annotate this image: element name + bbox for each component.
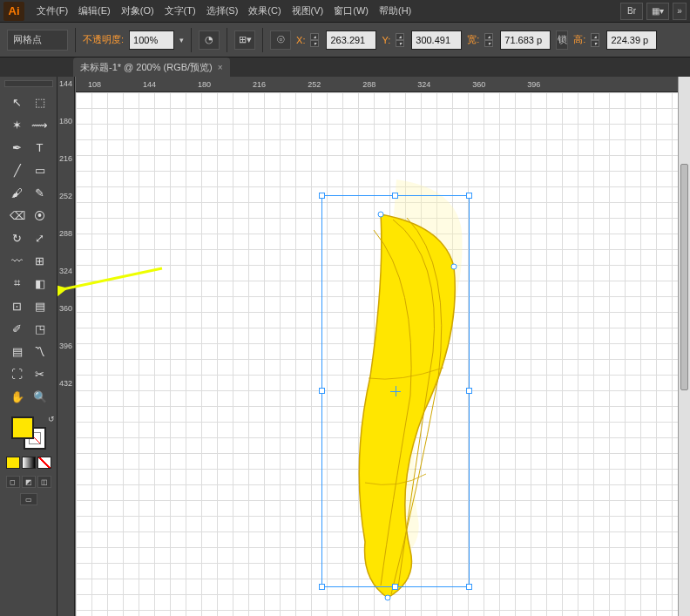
x-spin-down[interactable]: ▾ bbox=[310, 40, 319, 47]
vertical-scrollbar[interactable] bbox=[678, 77, 690, 616]
y-input[interactable]: 300.491 bbox=[411, 30, 462, 50]
divider-icon bbox=[75, 28, 76, 52]
workspace-switcher[interactable]: » bbox=[673, 3, 687, 20]
eraser-tool[interactable]: ⌫ bbox=[6, 204, 29, 227]
selection-handle[interactable] bbox=[466, 388, 472, 394]
none-mode-button[interactable] bbox=[37, 457, 51, 469]
symbol-sprayer-tool[interactable]: ▤ bbox=[6, 340, 29, 362]
ruler-tick: 216 bbox=[253, 80, 266, 89]
lasso-tool[interactable]: ⟿ bbox=[29, 113, 51, 136]
document-canvas[interactable]: 108 144 180 216 252 288 324 360 396 bbox=[75, 77, 690, 616]
pen-tool[interactable]: ✒ bbox=[6, 136, 29, 159]
bridge-button[interactable]: Br bbox=[620, 3, 643, 20]
menu-select[interactable]: 选择(S) bbox=[201, 4, 244, 17]
ruler-tick: 108 bbox=[88, 80, 101, 89]
opacity-input[interactable]: 100% bbox=[129, 30, 174, 50]
slice-tool[interactable]: ✂ bbox=[29, 362, 51, 385]
document-title: 未标题-1* @ 200% (RGB/预览) bbox=[80, 61, 213, 74]
color-mode-button[interactable] bbox=[6, 457, 20, 469]
y-spin-up[interactable]: ▴ bbox=[396, 33, 404, 40]
rectangle-tool[interactable]: ▭ bbox=[29, 159, 51, 181]
menu-help[interactable]: 帮助(H) bbox=[374, 4, 416, 17]
selection-handle[interactable] bbox=[392, 193, 398, 199]
divider-icon bbox=[227, 28, 227, 52]
x-spin-up[interactable]: ▴ bbox=[310, 33, 319, 40]
menu-bar: Ai 文件(F) 编辑(E) 对象(O) 文字(T) 选择(S) 效果(C) 视… bbox=[0, 0, 690, 23]
width-input[interactable]: 71.683 p bbox=[500, 30, 551, 50]
magic-wand-tool[interactable]: ✶ bbox=[6, 113, 29, 136]
draw-inside-button[interactable]: ◫ bbox=[37, 476, 51, 488]
draw-normal-button[interactable]: ◻ bbox=[6, 476, 20, 488]
ruler-tick: 396 bbox=[59, 342, 72, 350]
link-wh-icon[interactable]: 锁 bbox=[556, 30, 568, 50]
align-button[interactable]: ⊞▾ bbox=[234, 30, 255, 50]
menu-object[interactable]: 对象(O) bbox=[116, 4, 159, 17]
artboard-tool[interactable]: ⛶ bbox=[6, 362, 29, 385]
hand-tool[interactable]: ✋ bbox=[6, 385, 29, 408]
w-spin-down[interactable]: ▾ bbox=[484, 40, 493, 47]
menu-right-icons: Br ▦▾ » bbox=[620, 3, 687, 20]
column-graph-tool[interactable]: 〽 bbox=[29, 340, 51, 362]
menu-effect[interactable]: 效果(C) bbox=[243, 4, 286, 17]
selection-handle[interactable] bbox=[466, 584, 472, 590]
panel-grip-icon[interactable] bbox=[4, 80, 53, 87]
fill-swatch[interactable] bbox=[11, 416, 34, 439]
screen-mode-button[interactable]: ▭ bbox=[20, 493, 37, 505]
selection-handle[interactable] bbox=[392, 584, 398, 590]
type-tool[interactable]: T bbox=[29, 136, 51, 159]
h-label: 高: bbox=[573, 33, 585, 46]
h-spin-down[interactable]: ▾ bbox=[591, 40, 599, 47]
free-transform-tool[interactable]: ⊞ bbox=[29, 249, 51, 272]
eyedropper-tool[interactable]: ✐ bbox=[6, 317, 29, 340]
fill-stroke-indicator[interactable]: ↺ bbox=[11, 416, 46, 450]
ruler-tick: 180 bbox=[59, 118, 72, 125]
selection-handle[interactable] bbox=[319, 584, 325, 590]
scrollbar-thumb[interactable] bbox=[680, 164, 688, 390]
w-spin-up[interactable]: ▴ bbox=[484, 33, 493, 40]
gradient-mode-button[interactable] bbox=[22, 457, 36, 469]
w-label: 宽: bbox=[467, 33, 479, 46]
artboard[interactable] bbox=[76, 92, 690, 616]
document-tab[interactable]: 未标题-1* @ 200% (RGB/预览) × bbox=[73, 58, 230, 77]
height-input[interactable]: 224.39 p bbox=[606, 30, 657, 50]
perspective-grid-tool[interactable]: ◧ bbox=[29, 272, 51, 294]
line-segment-tool[interactable]: ╱ bbox=[6, 159, 29, 181]
x-label: X: bbox=[296, 35, 305, 45]
swap-fill-stroke-icon[interactable]: ↺ bbox=[48, 415, 55, 423]
h-spin-up[interactable]: ▴ bbox=[591, 33, 599, 40]
opacity-dropdown-icon[interactable]: ▾ bbox=[179, 36, 184, 44]
pencil-tool[interactable]: ✎ bbox=[29, 181, 51, 204]
y-spin-down[interactable]: ▾ bbox=[396, 40, 404, 47]
direct-selection-tool[interactable]: ⬚ bbox=[29, 91, 51, 113]
width-tool[interactable]: 〰 bbox=[6, 249, 29, 272]
blend-tool[interactable]: ◳ bbox=[29, 317, 51, 340]
ruler-tick: 252 bbox=[308, 80, 321, 89]
menu-edit[interactable]: 编辑(E) bbox=[73, 4, 116, 17]
scale-tool[interactable]: ⤢ bbox=[29, 227, 51, 249]
horizontal-ruler: 108 144 180 216 252 288 324 360 396 bbox=[76, 77, 690, 92]
selection-bounding-box[interactable] bbox=[321, 195, 470, 587]
menu-window[interactable]: 窗口(W) bbox=[328, 4, 374, 17]
menu-type[interactable]: 文字(T) bbox=[159, 4, 201, 17]
draw-behind-button[interactable]: ◩ bbox=[22, 476, 36, 488]
blob-brush-tool[interactable]: ⦿ bbox=[29, 204, 51, 227]
selection-handle[interactable] bbox=[466, 193, 472, 199]
gradient-tool[interactable]: ▤ bbox=[29, 294, 51, 317]
x-input[interactable]: 263.291 bbox=[326, 30, 376, 50]
zoom-tool[interactable]: 🔍 bbox=[29, 385, 51, 408]
selection-handle[interactable] bbox=[319, 193, 325, 199]
svg-point-2 bbox=[385, 595, 390, 600]
vertical-ruler: 144 180 216 252 288 324 360 396 432 bbox=[58, 77, 75, 616]
selection-handle[interactable] bbox=[319, 388, 325, 394]
rotate-tool[interactable]: ↻ bbox=[6, 227, 29, 249]
arrange-documents-button[interactable]: ▦▾ bbox=[646, 3, 669, 20]
transform-reference-point[interactable]: ⦾ bbox=[270, 30, 291, 50]
paintbrush-tool[interactable]: 🖌 bbox=[6, 181, 29, 204]
selection-tool[interactable]: ↖ bbox=[6, 91, 29, 113]
menu-view[interactable]: 视图(V) bbox=[287, 4, 329, 17]
recolor-artwork-button[interactable]: ◔ bbox=[199, 30, 220, 50]
mesh-tool[interactable]: ⊡ bbox=[6, 294, 29, 317]
close-tab-icon[interactable]: × bbox=[218, 63, 223, 72]
shape-builder-tool[interactable]: ⌗ bbox=[6, 272, 29, 294]
menu-file[interactable]: 文件(F) bbox=[31, 4, 73, 17]
